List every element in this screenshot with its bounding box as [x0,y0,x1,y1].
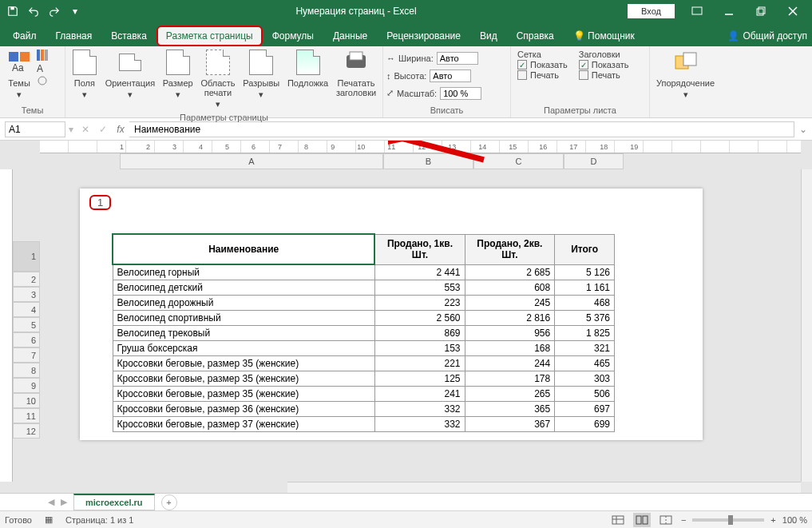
table-cell[interactable]: Кроссовки беговые, размер 35 (женские) [113,387,374,402]
tab-home[interactable]: Главная [46,26,102,46]
col-header-b[interactable]: B [383,153,473,169]
row-header[interactable]: 9 [13,378,40,393]
row-header[interactable]: 11 [13,408,40,423]
page-break-view-icon[interactable] [657,513,675,527]
cancel-icon[interactable]: ✕ [77,124,94,135]
row-header[interactable]: 2 [13,272,40,287]
table-cell[interactable]: 1 161 [555,280,615,296]
table-cell[interactable]: 869 [374,326,465,341]
table-cell[interactable]: 5 126 [555,264,615,280]
tab-file[interactable]: Файл [3,26,46,46]
table-cell[interactable]: 5 376 [555,311,615,326]
table-cell[interactable]: 2 441 [374,264,465,280]
table-cell[interactable]: 265 [465,387,555,402]
table-cell[interactable]: 1 825 [555,326,615,341]
fx-icon[interactable]: fx [112,124,129,135]
table-header[interactable]: Наименование [113,234,374,264]
table-cell[interactable]: 332 [374,417,465,432]
table-cell[interactable]: Велосипед детский [113,280,374,296]
table-cell[interactable]: 244 [465,356,555,371]
table-cell[interactable]: 2 685 [465,264,555,280]
zoom-value[interactable]: 100 % [782,515,807,525]
table-header[interactable]: Продано, 1кв. Шт. [374,234,465,264]
col-header-a[interactable]: A [120,153,383,169]
row-header[interactable]: 7 [13,347,40,363]
table-cell[interactable]: 365 [465,402,555,417]
col-header-d[interactable]: D [564,153,624,169]
page-layout-view-icon[interactable] [633,513,651,527]
sheet-tab[interactable]: microexcel.ru [73,494,155,510]
theme-fonts-icon[interactable]: A [37,63,50,74]
redo-icon[interactable] [45,2,64,21]
height-input[interactable] [430,69,471,82]
table-cell[interactable]: 178 [465,371,555,387]
sheet-nav-prev-icon[interactable]: ◀ [48,497,59,507]
minimize-icon[interactable] [713,0,745,22]
table-cell[interactable]: 153 [374,341,465,356]
row-header[interactable]: 12 [13,423,40,439]
table-cell[interactable]: Велосипед спортивный [113,311,374,326]
name-box[interactable] [5,121,65,137]
tab-insert[interactable]: Вставка [101,26,156,46]
headings-print-checkbox[interactable]: Печать [579,70,629,80]
share-button[interactable]: 👤Общий доступ [727,30,807,42]
row-header[interactable]: 4 [13,302,40,317]
macro-record-icon[interactable]: ▦ [45,514,53,525]
table-cell[interactable]: 468 [555,296,615,311]
tab-data[interactable]: Данные [323,26,377,46]
table-cell[interactable]: 241 [374,387,465,402]
theme-colors-icon[interactable] [37,50,50,62]
scale-input[interactable] [440,87,481,100]
name-box-dropdown-icon[interactable]: ▾ [65,124,77,135]
close-icon[interactable] [777,0,809,22]
zoom-out-icon[interactable]: − [681,515,686,525]
table-cell[interactable]: 553 [374,280,465,296]
table-cell[interactable]: Велосипед дорожный [113,296,374,311]
table-cell[interactable]: 956 [465,326,555,341]
themes-button[interactable]: Aa Темы▾ [3,48,35,101]
table-cell[interactable]: Кроссовки беговые, размер 36 (женские) [113,402,374,417]
sign-in-button[interactable]: Вход [628,4,675,18]
table-cell[interactable]: Кроссовки беговые, размер 37 (женские) [113,417,374,432]
table-cell[interactable]: 303 [555,371,615,387]
table-cell[interactable]: 367 [465,417,555,432]
tab-view[interactable]: Вид [470,26,507,46]
table-cell[interactable]: 465 [555,356,615,371]
table-header[interactable]: Итого [555,234,615,264]
qat-dropdown-icon[interactable]: ▾ [65,2,85,21]
horizontal-scrollbar[interactable] [287,482,801,493]
table-cell[interactable]: 321 [555,341,615,356]
print-titles-button[interactable]: Печатать заголовки [333,48,379,99]
arrange-button[interactable]: Упорядочение▾ [653,48,718,101]
normal-view-icon[interactable] [609,513,627,527]
margins-button[interactable]: Поля▾ [69,48,101,101]
row-header[interactable]: 10 [13,393,40,408]
table-cell[interactable]: 2 560 [374,311,465,326]
formula-expand-icon[interactable]: ⌄ [794,124,812,135]
breaks-button[interactable]: Разрывы▾ [240,48,283,101]
table-cell[interactable]: 699 [555,417,615,432]
table-cell[interactable]: 168 [465,341,555,356]
print-area-button[interactable]: Область печати▾ [198,48,239,111]
gridlines-show-checkbox[interactable]: ✓Показать [517,60,568,69]
table-cell[interactable]: 608 [465,280,555,296]
enter-icon[interactable]: ✓ [94,124,112,135]
tab-page-layout[interactable]: Разметка страницы [156,26,263,46]
table-cell[interactable]: Велосипед трековый [113,326,374,341]
table-cell[interactable]: 697 [555,402,615,417]
headings-show-checkbox[interactable]: ✓Показать [579,60,629,69]
zoom-in-icon[interactable]: + [770,515,775,525]
table-cell[interactable]: Кроссовки беговые, размер 35 (женские) [113,371,374,387]
zoom-slider[interactable] [692,518,764,522]
table-cell[interactable]: Кроссовки беговые, размер 35 (женские) [113,356,374,371]
width-input[interactable] [437,52,478,65]
row-header[interactable]: 8 [13,363,40,378]
table-cell[interactable]: Велосипед горный [113,264,374,280]
col-header-c[interactable]: C [473,153,564,169]
size-button[interactable]: Размер▾ [160,48,196,101]
ribbon-display-icon[interactable] [681,0,713,22]
gridlines-print-checkbox[interactable]: Печать [517,70,568,80]
theme-effects-icon[interactable] [37,75,50,88]
row-header[interactable]: 1 [13,241,40,272]
row-header[interactable]: 5 [13,317,40,332]
